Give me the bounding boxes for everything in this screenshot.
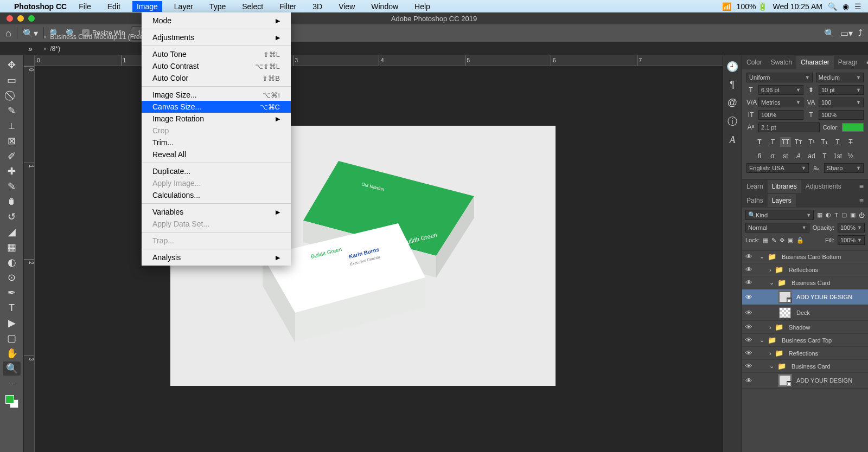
menu-file[interactable]: File	[74, 1, 95, 12]
menu-item-calculations[interactable]: Calculations...	[142, 189, 291, 201]
tabs-chevron-icon[interactable]: »	[24, 44, 37, 53]
menu-type[interactable]: Type	[205, 1, 230, 12]
baseline-shift-input[interactable]: 2.1 pt	[758, 122, 820, 132]
menu-item-trim[interactable]: Trim...	[142, 137, 291, 148]
menu-item-mode[interactable]: Mode▶	[142, 15, 291, 27]
disclosure-icon[interactable]: ⌄	[769, 279, 774, 286]
color-swatches[interactable]	[5, 395, 18, 408]
menu-item-adjustments[interactable]: Adjustments▶	[142, 31, 291, 43]
layers-tab-paths[interactable]: Paths	[742, 194, 768, 207]
glyph-panel-icon[interactable]: @	[727, 97, 737, 108]
dodge-tool-icon[interactable]: ⊙	[3, 270, 21, 285]
strikethrough-button[interactable]: T	[845, 137, 856, 147]
layers-tab-layers[interactable]: Layers	[768, 194, 796, 207]
filter-type-icon[interactable]: T	[834, 212, 838, 218]
marquee-tool-icon[interactable]: ▭	[3, 73, 21, 87]
edit-toolbar-icon[interactable]: ⋯	[3, 377, 21, 391]
fractions-button[interactable]: 1st	[832, 151, 843, 161]
character-menu-icon[interactable]: ≡	[862, 58, 868, 67]
window-close-button[interactable]	[7, 15, 13, 22]
visibility-toggle-icon[interactable]: 👁	[745, 293, 753, 301]
titling-button[interactable]: ad	[806, 151, 817, 161]
layer-row[interactable]: 👁›📁Reflections	[742, 347, 868, 360]
layer-row[interactable]: 👁▣ADD YOUR DESIGN	[742, 289, 868, 305]
visibility-toggle-icon[interactable]: 👁	[745, 377, 753, 385]
tracking-input[interactable]: 100▼	[819, 98, 864, 107]
menu-item-variables[interactable]: Variables▶	[142, 206, 291, 218]
lock-all-icon[interactable]: 🔒	[796, 237, 804, 244]
type-panel-icon[interactable]: A	[730, 134, 736, 146]
character-tab-paragr[interactable]: Paragr	[834, 56, 862, 69]
zoom-tool-icon[interactable]: 🔍	[3, 361, 21, 376]
lock-artboard-icon[interactable]: ▣	[788, 237, 793, 244]
leading-input[interactable]: 10 pt▼	[819, 85, 864, 95]
character-tab-swatch[interactable]: Swatch	[767, 56, 796, 69]
swash-button[interactable]: A	[793, 151, 804, 161]
fill-input[interactable]: 100%▼	[838, 235, 865, 245]
frame-tool-icon[interactable]: ⊠	[3, 134, 21, 148]
filter-adjust-icon[interactable]: ◐	[826, 211, 831, 218]
ordinals-button[interactable]: T	[819, 151, 830, 161]
type-tool-icon[interactable]: T	[3, 301, 21, 315]
history-panel-icon[interactable]: 🕘	[726, 61, 738, 73]
ruler-origin[interactable]	[24, 55, 35, 66]
font-family-select[interactable]: Uniform▼	[746, 73, 813, 82]
visibility-toggle-icon[interactable]: 👁	[745, 266, 753, 274]
menu-view[interactable]: View	[334, 1, 359, 12]
menu-image[interactable]: Image	[132, 1, 162, 12]
opacity-input[interactable]: 100%▼	[838, 223, 865, 233]
bold-button[interactable]: T	[754, 137, 765, 147]
menu-item-auto-contrast[interactable]: Auto Contrast⌥⇧⌘L	[142, 60, 291, 72]
stamp-tool-icon[interactable]: ⧯	[3, 195, 21, 209]
text-color-swatch[interactable]	[842, 123, 864, 132]
subscript-button[interactable]: T₁	[819, 137, 830, 147]
menu-window[interactable]: Window	[367, 1, 403, 12]
eraser-tool-icon[interactable]: ◢	[3, 225, 21, 239]
close-tab-icon[interactable]: ×	[43, 34, 47, 40]
layers-menu-icon[interactable]: ≡	[855, 196, 868, 205]
layer-row[interactable]: 👁⌄📁Business Card	[742, 276, 868, 289]
hand-tool-icon[interactable]: ✋	[3, 346, 21, 360]
stylistic-button[interactable]: st	[780, 151, 791, 161]
visibility-toggle-icon[interactable]: 👁	[745, 279, 753, 287]
path-select-tool-icon[interactable]: ▶	[3, 316, 21, 330]
libraries-menu-icon[interactable]: ≡	[855, 182, 868, 191]
italic-button[interactable]: T	[767, 137, 778, 147]
blend-mode-select[interactable]: Normal▼	[745, 223, 809, 233]
underline-button[interactable]: T	[832, 137, 843, 147]
disclosure-icon[interactable]: ›	[769, 324, 771, 331]
layer-kind-filter[interactable]: 🔍 Kind▼	[745, 210, 814, 220]
pen-tool-icon[interactable]: ✒	[3, 286, 21, 300]
share-icon[interactable]: ⤴	[858, 28, 863, 38]
menu-edit[interactable]: Edit	[103, 1, 125, 12]
lock-transparency-icon[interactable]: ▦	[763, 237, 768, 244]
half-button[interactable]: ½	[845, 151, 856, 161]
disclosure-icon[interactable]: ›	[769, 267, 771, 273]
home-icon[interactable]: ⌂	[5, 28, 11, 39]
layer-row[interactable]: 👁⌄📁Business Card	[742, 360, 868, 373]
eyedropper-tool-icon[interactable]: ✐	[3, 149, 21, 163]
character-tab-character[interactable]: Character	[796, 56, 834, 69]
superscript-button[interactable]: T¹	[806, 137, 817, 147]
visibility-toggle-icon[interactable]: 👁	[745, 349, 753, 357]
filter-smart-icon[interactable]: ▣	[850, 211, 856, 218]
menu-item-analysis[interactable]: Analysis▶	[142, 251, 291, 263]
control-center-icon[interactable]: ◉	[843, 2, 849, 11]
quick-select-tool-icon[interactable]: ✎	[3, 104, 21, 118]
layer-row[interactable]: 👁›📁Shadow	[742, 321, 868, 334]
close-tab-icon[interactable]: ×	[43, 46, 47, 52]
zoom-tool-icon[interactable]: 🔍▾	[23, 28, 38, 38]
menu-filter[interactable]: Filter	[275, 1, 301, 12]
visibility-toggle-icon[interactable]: 👁	[745, 323, 753, 331]
menu-item-image-size[interactable]: Image Size...⌥⌘I	[142, 89, 291, 101]
brush-tool-icon[interactable]: ✎	[3, 179, 21, 193]
language-select[interactable]: English: USA▼	[746, 163, 809, 173]
libraries-tab-adjustments[interactable]: Adjustments	[801, 180, 846, 193]
disclosure-icon[interactable]: ⌄	[760, 253, 764, 260]
workspace-icon[interactable]: ▭▾	[840, 28, 853, 38]
filter-shape-icon[interactable]: ▢	[841, 211, 847, 218]
shape-tool-icon[interactable]: ▢	[3, 331, 21, 345]
allcaps-button[interactable]: TT	[780, 137, 791, 147]
disclosure-icon[interactable]: ›	[769, 350, 771, 357]
menu-item-image-rotation[interactable]: Image Rotation▶	[142, 113, 291, 125]
